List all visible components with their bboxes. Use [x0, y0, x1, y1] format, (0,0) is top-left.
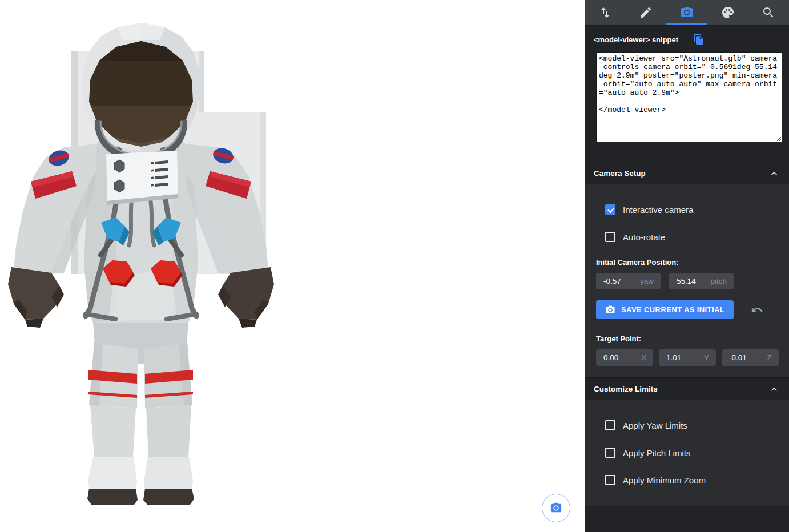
chevron-up-icon [768, 384, 780, 395]
camera-icon [550, 502, 562, 514]
target-point-inputs: X Y Z [596, 349, 789, 366]
apply-minimum-zoom-row: Apply Minimum Zoom [605, 475, 789, 485]
panel-footer [585, 506, 789, 532]
target-y-suffix: Y [704, 353, 709, 362]
snippet-title: <model-viewer> snippet [594, 35, 678, 44]
copy-snippet-button[interactable] [693, 34, 705, 45]
target-x-input[interactable] [603, 353, 633, 362]
tab-materials[interactable] [707, 0, 748, 25]
tab-file[interactable] [585, 0, 626, 25]
apply-pitch-limits-label: Apply Pitch Limits [623, 448, 690, 458]
capture-fab[interactable] [542, 494, 570, 522]
palette-icon [721, 6, 735, 19]
toolbar [585, 0, 789, 26]
customize-limits-title: Customize Limits [594, 385, 658, 393]
yaw-input[interactable] [603, 277, 633, 285]
target-z-input[interactable] [729, 353, 759, 362]
save-row: SAVE CURRENT AS INITIAL [596, 300, 789, 319]
customize-limits-section: Apply Yaw Limits Apply Pitch Limits Appl… [585, 400, 789, 506]
snippet-code-textarea[interactable]: <model-viewer src="Astronaut.glb" camera… [596, 52, 782, 142]
tab-inspect[interactable] [748, 0, 789, 25]
chevron-up-icon [768, 168, 780, 179]
apply-pitch-limits-checkbox[interactable] [605, 448, 615, 458]
camera-setup-header[interactable]: Camera Setup [585, 162, 789, 184]
target-y-box: Y [659, 349, 716, 366]
editor-panel: <model-viewer> snippet <model-viewer src… [585, 0, 789, 532]
yaw-input-box: yaw [596, 273, 661, 289]
target-z-box: Z [722, 349, 779, 366]
interactive-camera-label: Interactive camera [623, 205, 693, 215]
apply-minimum-zoom-label: Apply Minimum Zoom [623, 475, 706, 485]
target-point-label: Target Point: [596, 334, 789, 343]
save-current-as-initial-button[interactable]: SAVE CURRENT AS INITIAL [596, 300, 734, 319]
initial-camera-position-inputs: yaw pitch [596, 273, 789, 289]
interactive-camera-checkbox[interactable] [605, 204, 615, 215]
yaw-suffix: yaw [640, 277, 654, 285]
tab-edit[interactable] [626, 0, 667, 25]
target-z-suffix: Z [767, 353, 772, 362]
target-x-box: X [596, 349, 653, 366]
undo-button[interactable] [751, 304, 763, 316]
undo-icon [751, 304, 763, 316]
apply-yaw-limits-row: Apply Yaw Limits [605, 420, 789, 430]
apply-yaw-limits-checkbox[interactable] [605, 420, 615, 430]
auto-rotate-label: Auto-rotate [623, 232, 665, 242]
camera-icon [605, 305, 615, 315]
astronaut-legs [87, 342, 194, 505]
interactive-camera-row: Interactive camera [605, 204, 789, 215]
astronaut-model [0, 0, 585, 532]
model-viewport[interactable] [0, 0, 585, 532]
pencil-icon [639, 6, 653, 19]
swap-vertical-icon [598, 6, 612, 19]
camera-setup-section: Interactive camera Auto-rotate Initial C… [585, 184, 789, 377]
save-button-label: SAVE CURRENT AS INITIAL [621, 305, 724, 314]
auto-rotate-checkbox[interactable] [605, 232, 615, 242]
pitch-suffix: pitch [710, 277, 727, 285]
initial-camera-position-label: Initial Camera Position: [596, 258, 789, 267]
apply-minimum-zoom-checkbox[interactable] [605, 475, 615, 485]
auto-rotate-row: Auto-rotate [605, 232, 789, 242]
search-icon [762, 6, 775, 19]
astronaut-helmet [82, 23, 200, 159]
tab-camera[interactable] [666, 0, 707, 25]
target-x-suffix: X [641, 353, 646, 362]
apply-pitch-limits-row: Apply Pitch Limits [605, 448, 789, 458]
apply-yaw-limits-label: Apply Yaw Limits [623, 421, 687, 430]
snippet-section: <model-viewer> snippet <model-viewer src… [585, 26, 789, 162]
pitch-input-box: pitch [669, 273, 734, 289]
copy-icon [693, 34, 705, 45]
customize-limits-header[interactable]: Customize Limits [585, 377, 789, 400]
target-y-input[interactable] [666, 353, 696, 362]
astronaut-chest-panel [106, 151, 178, 205]
pitch-input[interactable] [677, 277, 706, 285]
camera-icon [680, 6, 694, 19]
camera-setup-title: Camera Setup [594, 169, 646, 178]
